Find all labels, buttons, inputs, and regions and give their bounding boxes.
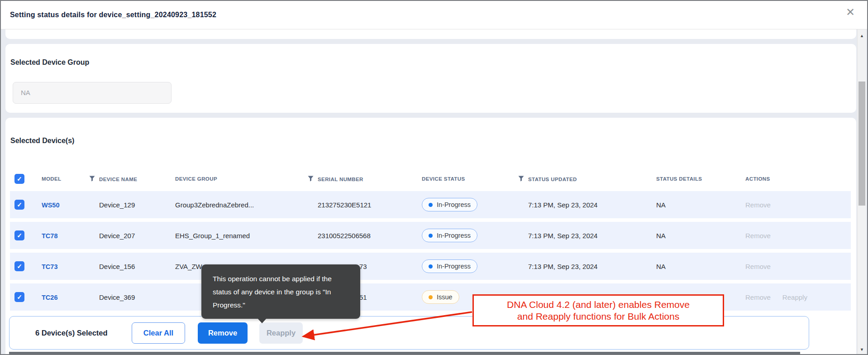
- select-all-checkbox[interactable]: [14, 174, 24, 184]
- device-group-heading: Selected Device Group: [10, 58, 89, 67]
- scrollbar-thumb[interactable]: [858, 82, 865, 206]
- devices-table-body: WS50Device_129Group3ZebrednaZebred...213…: [10, 191, 851, 311]
- table-row: TC73Device_156ZVA_ZW73In-Progress7:13 PM…: [10, 253, 851, 280]
- selected-devices-heading: Selected Device(s): [10, 137, 74, 145]
- column-header: DEVICE NAME: [99, 177, 137, 182]
- annotation-callout: DNA Cloud 4.2 (and later) enables Remove…: [472, 294, 724, 326]
- device-status-badge: Issue: [422, 290, 459, 304]
- actions-cell: Remove: [745, 191, 851, 218]
- annotation-line2: and Reapply functions for Bulk Actions: [517, 311, 679, 322]
- scroll-down-icon[interactable]: ▼: [858, 347, 866, 352]
- column-header: ACTIONS: [745, 176, 770, 182]
- row-checkbox[interactable]: [14, 200, 24, 210]
- model-link[interactable]: WS50: [42, 201, 60, 209]
- remove-action-link[interactable]: Remove: [745, 293, 771, 301]
- filter-icon[interactable]: [518, 176, 524, 182]
- status-details-cell: NA: [656, 253, 745, 280]
- remove-button[interactable]: Remove: [198, 322, 248, 344]
- row-checkbox[interactable]: [14, 292, 24, 302]
- bottom-divider-bar: [9, 352, 800, 355]
- devices-table-header: MODELDEVICE NAMEDEVICE GROUPSERIAL NUMBE…: [10, 170, 851, 187]
- filter-icon[interactable]: [89, 176, 95, 182]
- status-dot-icon: [429, 264, 433, 269]
- setting-status-modal: Setting status details for device_settin…: [0, 0, 868, 355]
- actions-cell: Remove: [745, 222, 851, 249]
- status-updated-cell: 7:13 PM, Sep 23, 2024: [518, 253, 656, 280]
- device-name-cell: Device_207: [89, 222, 175, 249]
- modal-titlebar: Setting status details for device_settin…: [1, 1, 867, 29]
- device-name-cell: Device_369: [89, 283, 175, 311]
- device-status-cell: In-Progress: [422, 222, 518, 249]
- remove-action-link[interactable]: Remove: [745, 263, 771, 270]
- column-header: STATUS UPDATED: [528, 177, 577, 182]
- model-link[interactable]: TC78: [42, 232, 57, 240]
- remove-action-link[interactable]: Remove: [745, 201, 771, 209]
- column-header: SERIAL NUMBER: [318, 177, 363, 182]
- scrolled-card-remnant: [5, 29, 856, 39]
- device-group-field: NA: [13, 82, 172, 104]
- device-group-card: Selected Device Group NA: [5, 44, 856, 113]
- device-name-cell: Device_129: [89, 191, 175, 218]
- table-row: WS50Device_129Group3ZebrednaZebred...213…: [10, 191, 851, 218]
- column-header: MODEL: [42, 176, 62, 182]
- model-link[interactable]: TC73: [42, 263, 57, 270]
- scroll-up-icon[interactable]: ▲: [858, 34, 866, 38]
- remove-action-link[interactable]: Remove: [745, 232, 771, 240]
- reapply-action-link[interactable]: Reapply: [782, 293, 807, 301]
- clear-all-button[interactable]: Clear All: [132, 322, 185, 344]
- row-checkbox[interactable]: [14, 230, 24, 240]
- filter-icon[interactable]: [308, 176, 314, 182]
- device-status-cell: In-Progress: [422, 191, 518, 218]
- model-link[interactable]: TC26: [42, 294, 57, 301]
- serial-number-cell: 213275230E5121: [308, 191, 422, 218]
- device-status-badge: In-Progress: [422, 229, 477, 242]
- reapply-button[interactable]: Reapply: [259, 322, 303, 344]
- status-details-cell: NA: [656, 222, 745, 249]
- status-dot-icon: [429, 234, 433, 238]
- table-row: TC26Device_36951IssueRemoveReapply: [10, 283, 851, 311]
- device-status-badge: In-Progress: [422, 198, 477, 211]
- device-name-cell: Device_156: [89, 253, 175, 280]
- vertical-scrollbar[interactable]: ▲ ▼: [857, 29, 866, 355]
- status-details-cell: NA: [656, 191, 745, 218]
- bulk-action-tooltip: This operation cannot be applied if the …: [201, 264, 360, 319]
- row-checkbox[interactable]: [14, 261, 24, 271]
- actions-cell: RemoveReapply: [745, 283, 851, 311]
- status-updated-cell: 7:13 PM, Sep 23, 2024: [518, 222, 656, 249]
- table-row: TC78Device_207EHS_Group_1_renamed2310052…: [10, 222, 851, 249]
- column-header: DEVICE GROUP: [175, 176, 217, 182]
- status-dot-icon: [429, 203, 433, 207]
- device-status-cell: In-Progress: [422, 253, 518, 280]
- status-dot-icon: [429, 295, 433, 299]
- devices-table: MODELDEVICE NAMEDEVICE GROUPSERIAL NUMBE…: [10, 167, 851, 314]
- column-header: DEVICE STATUS: [422, 176, 465, 182]
- device-group-cell: EHS_Group_1_renamed: [175, 222, 308, 249]
- annotation-line1: DNA Cloud 4.2 (and later) enables Remove: [507, 299, 690, 311]
- actions-cell: Remove: [745, 253, 851, 280]
- device-group-cell: Group3ZebrednaZebred...: [175, 191, 308, 218]
- header-row: MODELDEVICE NAMEDEVICE GROUPSERIAL NUMBE…: [10, 170, 851, 187]
- modal-title: Setting status details for device_settin…: [10, 11, 216, 19]
- status-updated-cell: 7:13 PM, Sep 23, 2024: [518, 191, 656, 218]
- serial-number-cell: 23100522506568: [308, 222, 422, 249]
- device-status-badge: In-Progress: [422, 259, 477, 273]
- column-header: STATUS DETAILS: [656, 176, 702, 182]
- tooltip-caret: [257, 318, 267, 323]
- close-icon[interactable]: ✕: [846, 7, 855, 18]
- selected-count-label: 6 Device(s) Selected: [35, 329, 111, 337]
